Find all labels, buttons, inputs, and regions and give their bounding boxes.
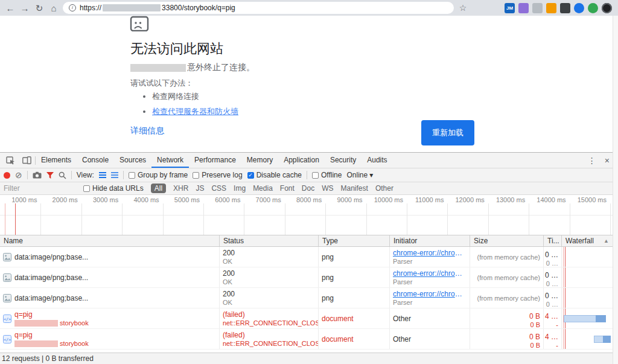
request-content-size: 0 B [530,321,540,328]
initiator-link[interactable]: chrome-error://chromewe... [393,249,467,257]
sad-file-icon [129,16,151,34]
hide-data-urls-checkbox[interactable]: Hide data URLs [83,184,144,193]
tab-console[interactable]: Console [77,153,114,168]
large-rows-icon[interactable] [99,172,106,178]
filter-funnel-icon[interactable] [46,172,54,179]
throttling-select[interactable]: Online ▾ [346,171,373,179]
filter-pill-manifest[interactable]: Manifest [341,184,368,193]
extension-icon[interactable] [574,3,584,13]
column-header-status[interactable]: Status [220,235,319,246]
extension-icon[interactable] [546,3,556,13]
filter-pill-all[interactable]: All [151,184,166,193]
filter-pill-css[interactable]: CSS [211,184,226,193]
tab-sources[interactable]: Sources [114,153,151,168]
filter-pill-doc[interactable]: Doc [302,184,314,193]
tab-network[interactable]: Network [151,153,189,168]
request-size: (from memory cache) [477,274,540,281]
path-redaction [14,320,58,327]
scroll-up-arrow-icon[interactable]: ▲ [604,238,609,244]
initiator-link[interactable]: chrome-error://chromewe... [393,269,467,278]
load-marker [565,247,565,267]
request-type: png [322,253,334,261]
proxy-settings-link[interactable]: 检查代理服务器和防火墙 [152,107,238,116]
dcl-marker [563,267,564,287]
throttling-value: Online [346,171,368,179]
overview-toggle-icon[interactable] [111,172,118,178]
waterfall-bar-dark [596,315,606,322]
reload-icon[interactable]: ↻ [34,4,45,13]
column-header-waterfall[interactable]: Waterfall ▲ [562,235,618,246]
extension-area: JM [505,3,613,13]
filter-pill-other[interactable]: Other [375,184,393,193]
waterfall-cell [562,288,618,308]
network-request-row-failed[interactable]: </> q=pig storybook (failed) net::ERR_CO… [0,329,618,350]
offline-checkbox[interactable]: Offline [312,171,342,179]
initiator-link[interactable]: chrome-error://chromewe... [393,290,467,298]
filter-pill-font[interactable]: Font [280,184,295,193]
extension-icon[interactable] [560,3,570,13]
waterfall-bar-dark [603,336,611,343]
home-icon[interactable]: ⌂ [48,4,59,13]
tab-performance[interactable]: Performance [189,153,241,168]
bookmark-star-icon[interactable]: ☆ [457,4,468,12]
filter-pill-media[interactable]: Media [253,184,273,193]
network-request-row[interactable]: data:image/png;base... 200 OK png chrome… [0,247,618,267]
initiator-sub: Parser [393,258,412,265]
timeline-ruler[interactable]: 1000 ms2000 ms3000 ms4000 ms5000 ms6000 … [0,195,618,235]
path-redaction [14,340,58,347]
screen: ← → ↻ ⌂ i https://33800/storybook/q=pig … [0,0,618,364]
network-request-row[interactable]: data:image/png;base... 200 OK png chrome… [0,288,618,308]
tab-elements[interactable]: Elements [36,153,77,168]
preserve-log-checkbox[interactable]: Preserve log [193,171,242,179]
filter-pill-xhr[interactable]: XHR [173,184,188,193]
forward-icon[interactable]: → [19,4,30,13]
checkbox-icon [129,172,135,179]
extension-icon[interactable] [532,3,543,13]
tab-security[interactable]: Security [325,153,362,168]
request-time: 4 … [545,333,558,341]
extension-icon[interactable] [518,3,529,13]
tab-application[interactable]: Application [278,153,325,168]
column-header-time[interactable]: Ti... [544,235,562,246]
browser-menu-icon[interactable] [602,3,612,13]
checkbox-checked-icon: ✓ [247,172,254,179]
checkbox-icon [312,172,319,179]
search-icon[interactable] [59,171,66,179]
column-header-size[interactable]: Size [470,235,544,246]
page-scrollbar[interactable] [613,16,618,364]
column-header-name[interactable]: Name [0,235,220,246]
request-name: data:image/png;base... [14,294,88,302]
back-icon[interactable]: ← [5,4,16,13]
filter-pill-ws[interactable]: WS [322,184,333,193]
view-label: View: [77,171,94,179]
profile-avatar-icon[interactable] [588,3,598,13]
screenshot-camera-icon[interactable] [33,171,42,179]
filter-input[interactable] [4,184,76,193]
address-bar[interactable]: i https://33800/storybook/q=pig [63,2,454,14]
column-header-type[interactable]: Type [319,235,390,246]
filter-pill-img[interactable]: Img [234,184,246,193]
details-button[interactable]: 详细信息 [130,126,164,136]
dcl-event-line [5,203,5,235]
group-by-frame-checkbox[interactable]: Group by frame [129,171,188,179]
tab-audits[interactable]: Audits [362,153,392,168]
inspect-element-icon[interactable] [2,156,19,165]
devtools-close-icon[interactable]: × [605,156,610,165]
devtools-panel: Elements Console Sources Network Perform… [0,152,618,364]
reload-button[interactable]: 重新加载 [421,120,474,145]
network-request-row[interactable]: data:image/png;base... 200 OK png chrome… [0,267,618,288]
network-request-row-failed[interactable]: </> q=pig storybook (failed) net::ERR_CO… [0,308,618,329]
tab-memory[interactable]: Memory [241,153,278,168]
info-icon[interactable]: i [69,4,76,11]
image-file-icon [3,294,11,302]
disable-cache-checkbox[interactable]: ✓ Disable cache [247,171,302,179]
devtools-menu-icon[interactable]: ⋮ [588,156,596,165]
clear-icon[interactable]: ⊘ [15,171,22,179]
initiator-text: Other [393,315,411,323]
extension-icon[interactable]: JM [505,3,515,13]
record-button[interactable] [4,172,10,179]
filter-pill-js[interactable]: JS [196,184,204,193]
column-header-initiator[interactable]: Initiator [390,235,470,246]
waterfall-cell [562,247,618,267]
device-toolbar-icon[interactable] [19,156,35,164]
